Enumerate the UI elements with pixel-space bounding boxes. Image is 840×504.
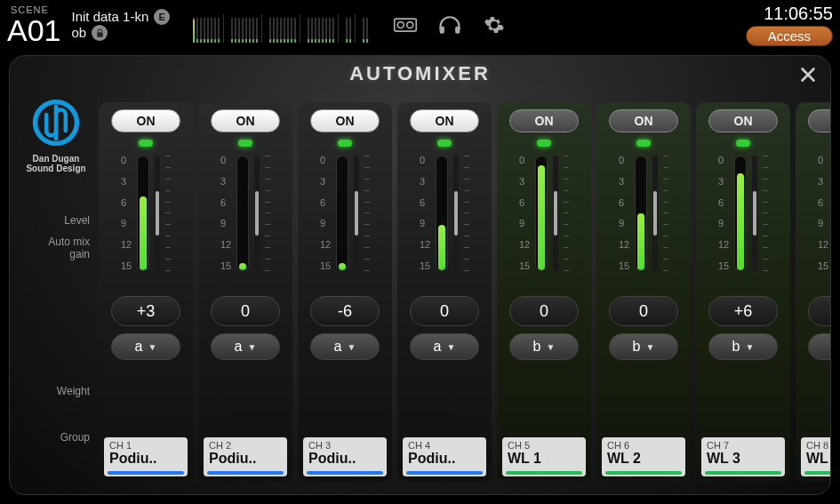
channel-color-bar: [506, 471, 582, 475]
channel-color-bar: [705, 471, 781, 475]
group-select[interactable]: b▼: [509, 333, 579, 360]
on-button[interactable]: ON: [310, 109, 380, 132]
recorder-icon[interactable]: [391, 12, 420, 37]
weight-value[interactable]: -6: [310, 296, 380, 326]
close-button[interactable]: [795, 61, 821, 88]
meter-bank[interactable]: [189, 7, 372, 43]
access-button[interactable]: Access: [746, 26, 833, 46]
weight-value[interactable]: +6: [708, 296, 778, 326]
channel-label[interactable]: CH 4Podiu..: [403, 437, 486, 476]
channel-strip-3: ON03691215-6a▼CH 3Podiu..: [298, 102, 392, 482]
weight-value[interactable]: +3: [111, 296, 180, 326]
lock-icon: [92, 25, 108, 41]
channel-color-bar: [307, 471, 383, 475]
clock-block: 11:06:55 Access: [746, 4, 833, 46]
on-button[interactable]: ON: [410, 109, 479, 132]
on-button[interactable]: ON: [509, 109, 579, 132]
group-select[interactable]: b▼: [609, 333, 678, 360]
chevron-down-icon: ▼: [746, 342, 755, 352]
automix-gain-meter: 03691215: [403, 156, 486, 289]
scene-name-line2: ob: [72, 26, 87, 41]
group-select[interactable]: a▼: [111, 333, 180, 360]
channel-label[interactable]: CH 2Podiu..: [204, 437, 287, 476]
channel-number: CH 1: [109, 440, 182, 451]
weight-value[interactable]: 0: [410, 296, 479, 326]
channel-name: WL 2: [607, 451, 680, 467]
channel-strip-7: ON03691215+6b▼CH 7WL 3: [696, 102, 790, 482]
on-button[interactable]: ON: [211, 109, 280, 132]
scene-block[interactable]: SCENE A01: [7, 5, 61, 45]
headphones-icon[interactable]: [436, 12, 464, 37]
channel-number: CH 7: [707, 440, 780, 451]
clock: 11:06:55: [764, 4, 833, 24]
on-button[interactable]: ON: [808, 109, 831, 132]
channel-name: Podiu..: [109, 451, 182, 467]
label-weight: Weight: [17, 385, 95, 397]
chevron-down-icon: ▼: [646, 342, 655, 352]
on-button[interactable]: ON: [708, 109, 778, 132]
level-indicator: [636, 140, 651, 147]
brand-logo: Dan Dugan Sound Design: [26, 99, 85, 173]
brand-line2: Sound Design: [26, 164, 85, 173]
channel-name: Podiu..: [209, 451, 282, 467]
on-button[interactable]: ON: [609, 109, 678, 132]
svg-rect-4: [455, 27, 460, 34]
weight-value[interactable]: 0: [509, 296, 579, 326]
channel-number: CH 8: [806, 440, 831, 451]
channel-label[interactable]: CH 3Podiu..: [303, 437, 387, 476]
on-button[interactable]: ON: [111, 109, 180, 132]
chevron-down-icon: ▼: [447, 342, 456, 352]
level-indicator: [338, 140, 352, 147]
channel-color-bar: [207, 471, 284, 475]
channel-strip-5: ON036912150b▼CH 5WL 1: [497, 102, 591, 482]
chevron-down-icon: ▼: [348, 342, 356, 352]
channel-number: CH 5: [508, 440, 580, 451]
weight-value[interactable]: 0: [609, 296, 678, 326]
level-indicator: [736, 140, 750, 147]
scene-id: A01: [7, 15, 61, 45]
weight-value[interactable]: 0: [808, 296, 831, 326]
channel-label[interactable]: CH 7WL 3: [701, 437, 785, 476]
svg-point-1: [397, 22, 404, 28]
panel-title: AUTOMIXER: [349, 62, 491, 85]
channel-strip-8: ON036912150b▼CH 8WL 4: [796, 102, 831, 482]
channel-label[interactable]: CH 8WL 4: [801, 437, 831, 476]
group-select[interactable]: a▼: [410, 333, 479, 360]
label-automix: Auto mix gain: [17, 236, 95, 261]
group-select[interactable]: b▼: [808, 333, 831, 360]
automix-gain-meter: 03691215: [801, 156, 831, 289]
chevron-down-icon: ▼: [547, 342, 556, 352]
svg-rect-3: [440, 27, 444, 34]
level-indicator: [437, 140, 452, 147]
weight-value[interactable]: 0: [211, 296, 280, 326]
group-select[interactable]: a▼: [211, 333, 280, 360]
svg-point-2: [407, 22, 413, 28]
channel-label[interactable]: CH 6WL 2: [602, 437, 685, 476]
channel-label[interactable]: CH 5WL 1: [502, 437, 586, 476]
scene-name[interactable]: Init data 1-kn E ob: [72, 9, 171, 41]
channel-label[interactable]: CH 1Podiu..: [104, 437, 188, 476]
channel-name: Podiu..: [408, 451, 481, 467]
channel-name: WL 1: [508, 451, 580, 467]
top-bar: SCENE A01 Init data 1-kn E ob: [0, 0, 840, 50]
automix-gain-meter: 03691215: [104, 156, 188, 289]
brand-line1: Dan Dugan: [33, 154, 80, 164]
chevron-down-icon: ▼: [248, 342, 257, 352]
channel-strip-4: ON036912150a▼CH 4Podiu..: [397, 102, 492, 482]
left-column: Dan Dugan Sound Design Level Auto mix ga…: [17, 102, 95, 482]
channel-number: CH 3: [308, 440, 381, 451]
chevron-down-icon: ▼: [148, 342, 157, 352]
level-indicator: [238, 140, 252, 147]
channel-number: CH 6: [607, 440, 680, 451]
automix-gain-meter: 03691215: [502, 156, 586, 289]
channel-strip-2: ON036912150a▼CH 2Podiu..: [198, 102, 292, 482]
panel-title-row: AUTOMIXER: [10, 56, 830, 92]
gear-icon[interactable]: [480, 12, 508, 37]
channel-strip-6: ON036912150b▼CH 6WL 2: [596, 102, 691, 482]
level-indicator: [139, 140, 153, 147]
scene-name-line1: Init data 1-kn: [72, 10, 149, 25]
automix-gain-meter: 03691215: [204, 156, 287, 289]
group-select[interactable]: b▼: [708, 333, 778, 360]
group-select[interactable]: a▼: [310, 333, 380, 360]
channel-color-bar: [108, 471, 184, 475]
